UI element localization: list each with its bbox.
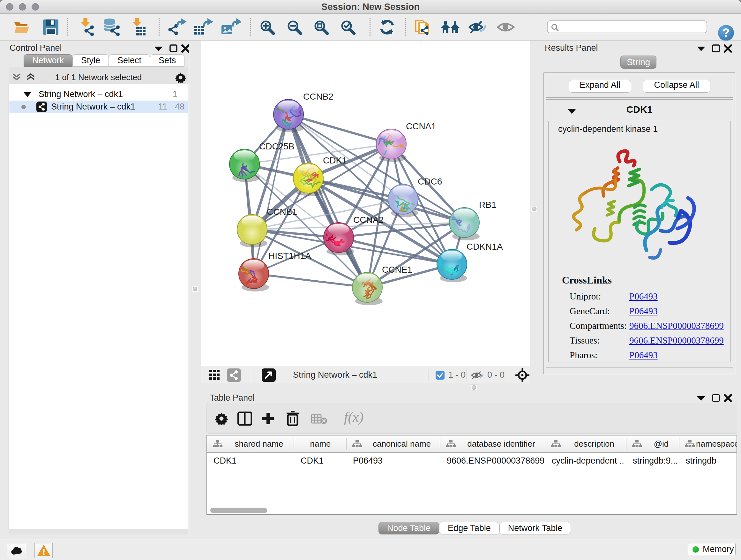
column-header-namespace[interactable]: namespace: [679, 435, 737, 452]
warnings-button[interactable]: [35, 543, 53, 558]
memory-button[interactable]: Memory: [688, 543, 736, 555]
table-cell[interactable]: cyclin-dependent ...: [552, 453, 625, 468]
toolbar-divider: [67, 18, 68, 37]
node-gloss: [242, 216, 263, 227]
maximize-table-icon[interactable]: [713, 395, 719, 401]
toolbar-divider: [369, 18, 370, 37]
zoom-out-button[interactable]: [285, 18, 303, 36]
maximize-panel-icon[interactable]: [170, 45, 177, 52]
left-splitter-handle[interactable]: [192, 286, 198, 292]
zoom-in-button[interactable]: [258, 18, 276, 36]
export-table-button[interactable]: [194, 18, 212, 36]
close-panel-icon[interactable]: [182, 45, 189, 52]
help-button[interactable]: ?: [718, 25, 734, 41]
search-input[interactable]: [547, 20, 707, 33]
node-label: CDC25B: [259, 141, 294, 151]
tab-select[interactable]: Select: [109, 54, 150, 67]
zoom-fit-button[interactable]: [312, 18, 330, 36]
right-splitter[interactable]: [530, 41, 542, 386]
tree-expander-icon[interactable]: [23, 91, 31, 98]
export-view-icon[interactable]: [262, 368, 276, 382]
table-cell[interactable]: P06493: [353, 453, 439, 468]
column-type-icon: [213, 440, 222, 448]
node-label: RB1: [479, 200, 496, 210]
fit-selected-icon[interactable]: [515, 368, 529, 382]
expand-all-button[interactable]: Expand All: [569, 80, 631, 92]
hide-selected-button[interactable]: [469, 18, 487, 36]
network-label: String Network – cdk1: [51, 102, 135, 112]
import-network-button[interactable]: [77, 18, 95, 36]
network-share-icon[interactable]: [227, 368, 241, 382]
cloud-button[interactable]: [7, 543, 26, 558]
close-table-icon[interactable]: [725, 395, 731, 401]
duplicate-network-button[interactable]: [414, 18, 431, 36]
node-label: CCNE1: [382, 265, 412, 274]
column-header-@id[interactable]: @id: [626, 435, 679, 452]
network-node-CCNA1[interactable]: CCNA1: [370, 121, 436, 162]
right-splitter-handle[interactable]: [531, 206, 537, 212]
close-results-icon[interactable]: [725, 45, 731, 52]
column-header-description[interactable]: description: [545, 435, 626, 452]
horizontal-splitter-handle[interactable]: [471, 384, 477, 391]
tab-network[interactable]: Network: [23, 54, 72, 67]
import-database-button[interactable]: [103, 18, 121, 36]
left-splitter[interactable]: [189, 41, 201, 539]
table-panel-title: Table Panel: [210, 393, 255, 403]
column-header-shared-name[interactable]: shared name: [207, 435, 294, 452]
network-tree-row[interactable]: String Network – cdk1 1: [9, 88, 188, 101]
import-table-button[interactable]: [129, 18, 147, 36]
table-cell[interactable]: CDK1: [300, 453, 345, 468]
column-header-canonical-name[interactable]: canonical name: [347, 435, 441, 452]
float-table-icon[interactable]: [697, 396, 705, 401]
float-results-icon[interactable]: [697, 47, 705, 51]
table-cell[interactable]: stringdb:9...: [633, 453, 678, 468]
table-cell[interactable]: CDK1: [213, 453, 293, 468]
refresh-button[interactable]: [378, 18, 396, 36]
network-node-CDKN1A[interactable]: CDKN1A: [435, 242, 503, 282]
network-node-CCNB2[interactable]: CCNB2: [272, 91, 333, 132]
tab-string[interactable]: String: [620, 56, 657, 69]
save-session-button[interactable]: [42, 18, 60, 36]
expand-collapse-box: Expand All Collapse All: [546, 75, 733, 98]
table-horizontal-scrollbar[interactable]: [210, 508, 267, 513]
node-gloss: [441, 251, 462, 261]
table-cell[interactable]: stringdb: [686, 453, 737, 468]
column-header-database-identifier[interactable]: database identifier: [441, 435, 545, 452]
tab-sets[interactable]: Sets: [150, 54, 185, 67]
maximize-results-icon[interactable]: [713, 45, 719, 52]
tab-network-table[interactable]: Network Table: [499, 522, 571, 535]
float-panel-icon[interactable]: [154, 47, 163, 51]
zoom-selected-button[interactable]: [339, 18, 357, 36]
export-network-button[interactable]: [169, 18, 186, 36]
show-all-button[interactable]: [497, 18, 515, 36]
crosslink-link[interactable]: P06493: [629, 350, 658, 361]
network-node-CCNB1[interactable]: CCNB1: [237, 207, 297, 247]
tab-style[interactable]: Style: [72, 54, 109, 67]
table-cell[interactable]: 9606.ENSP00000378699: [447, 453, 544, 468]
network-tree-row[interactable]: String Network – cdk1 11 48: [9, 101, 188, 113]
network-canvas[interactable]: CCNB2CCNA1CDC25BCDK1CDC6RB1CCNB1CCNA2CDK…: [201, 41, 530, 366]
network-view-toolbar: String Network – cdk1 1 - 0 0 - 0: [201, 366, 530, 383]
create-column-icon[interactable]: [261, 412, 275, 426]
crosslink-link[interactable]: 9606.ENSP00000378699: [629, 335, 724, 346]
control-panel: Control Panel NetworkStyleSelectSets 1 o…: [0, 41, 189, 539]
network-node-HIST1H1A[interactable]: HIST1H1A: [228, 251, 311, 292]
selected-count: 1 - 0: [448, 366, 466, 384]
table-options-gear-icon[interactable]: [215, 412, 228, 425]
crosslink-link[interactable]: 9606.ENSP00000378699: [629, 320, 724, 331]
delete-column-icon[interactable]: [286, 411, 299, 426]
export-image-button[interactable]: [222, 18, 240, 36]
collapse-all-button[interactable]: Collapse All: [643, 80, 711, 92]
network-edge-HIST1H1A-CCNE1[interactable]: [254, 273, 367, 287]
network-options-gear-icon[interactable]: [175, 72, 186, 83]
open-file-button[interactable]: [13, 18, 31, 36]
column-header-name[interactable]: name: [294, 435, 347, 452]
tab-node-table[interactable]: Node Table: [379, 522, 439, 535]
network-node-CCNE1[interactable]: CCNE1: [352, 265, 412, 305]
tab-edge-table[interactable]: Edge Table: [439, 522, 499, 535]
crosslink-link[interactable]: P06493: [629, 291, 658, 302]
crosslink-link[interactable]: P06493: [629, 306, 658, 316]
birds-eye-view-icon[interactable]: [209, 370, 220, 381]
show-columns-icon[interactable]: [238, 412, 252, 426]
first-neighbors-button[interactable]: [441, 18, 459, 36]
